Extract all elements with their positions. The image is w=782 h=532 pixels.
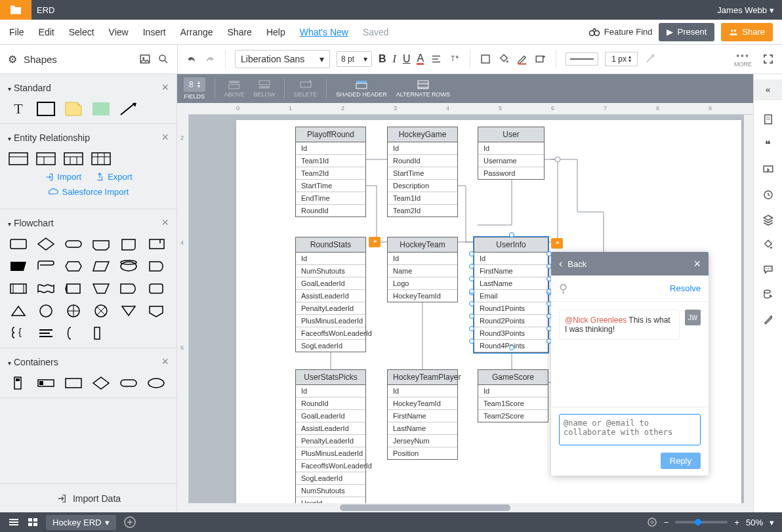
flowchart-shape-26[interactable]	[63, 325, 84, 341]
flowchart-shape-1[interactable]	[35, 236, 56, 252]
page-tab[interactable]: Hockey ERD▾	[46, 515, 116, 530]
text-color-button[interactable]: A	[417, 54, 424, 65]
erd-table-user[interactable]: UserIdUsernamePassword	[478, 127, 545, 180]
erd-header[interactable]: UserInfo	[474, 237, 548, 253]
line-style-select[interactable]	[566, 52, 598, 66]
zoom-level[interactable]: 50%	[746, 518, 763, 527]
erd-field[interactable]: Email	[474, 290, 548, 302]
shape-note[interactable]	[63, 101, 84, 117]
erd-field[interactable]: EndTime	[296, 192, 365, 205]
add-below-button[interactable]: BELOW	[254, 79, 276, 98]
erd-field[interactable]: Password	[478, 167, 544, 179]
erd-field[interactable]: RoundId	[296, 398, 365, 410]
delete-button[interactable]: ×DELETE	[294, 79, 317, 98]
erd-field[interactable]: NumShutouts	[296, 485, 365, 497]
shape-erd2[interactable]	[35, 151, 56, 167]
erd-field[interactable]: Team2Score	[478, 410, 548, 422]
erd-field[interactable]: Round3Points	[474, 327, 548, 340]
shape-erd4[interactable]	[91, 151, 112, 167]
erd-field[interactable]: Username	[478, 155, 544, 167]
erd-field[interactable]: PenaltyLeaderId	[296, 435, 365, 447]
presentation-icon[interactable]	[762, 164, 774, 176]
flowchart-shape-15[interactable]	[91, 281, 112, 297]
section-entity[interactable]: ▾Entity Relationship×	[8, 131, 169, 144]
shape-rect[interactable]	[35, 101, 56, 117]
erd-field[interactable]: SogLeaderId	[296, 472, 365, 485]
flowchart-shape-12[interactable]	[8, 281, 29, 297]
alternate-rows-button[interactable]: ALTERNATE ROWS	[396, 79, 450, 98]
erd-field[interactable]: AssistLeaderId	[296, 422, 365, 435]
close-icon[interactable]: ×	[161, 355, 169, 369]
back-label[interactable]: Back	[567, 259, 586, 269]
chat-icon[interactable]	[762, 264, 774, 276]
fields-count[interactable]: 8▴▾ FIELDS	[184, 77, 205, 100]
erd-field[interactable]: HockeyTeamId	[388, 398, 457, 410]
border-color-button[interactable]	[516, 53, 528, 65]
erd-field[interactable]: Id	[296, 385, 365, 398]
target-icon[interactable]	[647, 517, 657, 527]
flowchart-shape-16[interactable]	[118, 281, 139, 297]
line-options-button[interactable]	[644, 53, 656, 65]
erd-field[interactable]: GoalLeaderId	[296, 277, 365, 290]
image-icon[interactable]	[139, 53, 151, 65]
erd-field[interactable]: PenaltyLeaderId	[296, 302, 365, 315]
comment-badge[interactable]	[551, 238, 563, 249]
share-button[interactable]: Share	[721, 23, 773, 41]
feature-find[interactable]: Feature Find	[588, 26, 653, 38]
section-standard[interactable]: ▾Standard×	[8, 81, 169, 94]
erd-field[interactable]: Round2Points	[474, 315, 548, 327]
document-title[interactable]: ERD	[37, 5, 54, 15]
flowchart-shape-0[interactable]	[8, 236, 29, 252]
erd-field[interactable]: FirstName	[474, 265, 548, 277]
redo-button[interactable]	[204, 53, 216, 65]
close-icon[interactable]: ×	[161, 81, 169, 94]
menu-file[interactable]: File	[9, 27, 24, 37]
menu-arrange[interactable]: Arrange	[180, 27, 213, 37]
shape-block[interactable]	[91, 101, 112, 117]
erd-field[interactable]: HockeyTeamId	[388, 290, 457, 302]
comment-icon[interactable]: ❝	[765, 138, 771, 151]
erd-table-hockeyteam[interactable]: HockeyTeamIdNameLogoHockeyTeamId	[387, 237, 458, 302]
history-icon[interactable]	[762, 189, 774, 201]
menu-help[interactable]: Help	[266, 27, 285, 37]
flowchart-shape-9[interactable]	[91, 258, 112, 274]
grid-view-icon[interactable]	[28, 518, 38, 527]
font-size-select[interactable]: 8 pt▾	[337, 51, 372, 67]
erd-field[interactable]: Id	[388, 253, 457, 265]
erd-table-hockeygame[interactable]: HockeyGameIdRoundIdStartTimeDescriptionT…	[387, 127, 458, 217]
erd-field[interactable]: UserId	[296, 497, 365, 503]
close-icon[interactable]: ×	[161, 216, 169, 230]
erd-table-userstatspicks[interactable]: UserStatsPicksIdRoundIdGoalLeaderIdAssis…	[295, 369, 366, 503]
container-shape-2[interactable]	[63, 375, 84, 391]
erd-table-roundstats[interactable]: RoundStatsIdNumShutoutsGoalLeaderIdAssis…	[295, 237, 366, 352]
erd-field[interactable]: PlusMinusLeaderId	[296, 447, 365, 460]
erd-field[interactable]: FirstName	[388, 410, 457, 422]
zoom-out-button[interactable]: −	[664, 518, 669, 527]
undo-button[interactable]	[186, 53, 197, 65]
shape-line[interactable]	[118, 101, 139, 117]
erd-field[interactable]: Round1Points	[474, 302, 548, 315]
location-icon[interactable]: ⚲	[559, 281, 567, 296]
menu-select[interactable]: Select	[69, 27, 94, 37]
erd-field[interactable]: NumShutouts	[296, 265, 365, 277]
erd-field[interactable]: Description	[388, 180, 457, 192]
add-page-button[interactable]	[124, 516, 136, 528]
export-link[interactable]: Export	[94, 172, 133, 182]
flowchart-shape-8[interactable]	[63, 258, 84, 274]
db-icon[interactable]	[762, 289, 774, 300]
paint-icon[interactable]	[762, 239, 774, 251]
shaded-header-button[interactable]: SHADED HEADER	[336, 79, 387, 98]
erd-field[interactable]: RoundId	[388, 155, 457, 167]
gear-icon[interactable]: ⚙	[8, 53, 17, 66]
section-containers[interactable]: ▾Containers×	[8, 355, 169, 369]
menu-view[interactable]: View	[109, 27, 129, 37]
scrollbar-horizontal[interactable]	[189, 503, 744, 512]
collapse-rail-button[interactable]: «	[754, 79, 782, 100]
erd-header[interactable]: HockeyTeamPlayer	[388, 370, 457, 385]
flowchart-shape-6[interactable]	[8, 258, 29, 274]
erd-header[interactable]: HockeyGame	[388, 127, 457, 142]
user-menu[interactable]: James Webb ▾	[717, 5, 774, 15]
erd-field[interactable]: RoundId	[296, 205, 365, 216]
erd-field[interactable]: StartTime	[296, 180, 365, 192]
magic-icon[interactable]	[762, 314, 774, 325]
